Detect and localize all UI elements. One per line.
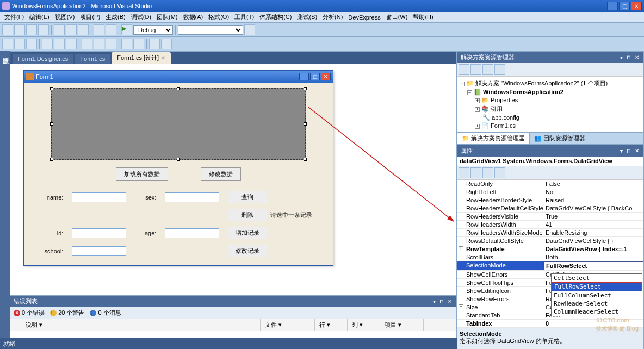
expand-icon[interactable]: − bbox=[460, 82, 465, 86]
team-explorer-tab[interactable]: 👥 团队资源管理器 bbox=[530, 133, 590, 144]
appconfig-node[interactable]: app.config bbox=[492, 114, 519, 121]
panel-pins[interactable]: ▾ ⊓ ✕ bbox=[433, 298, 453, 304]
project-node[interactable]: WindowsFormsApplication2 bbox=[483, 89, 564, 95]
align-right[interactable] bbox=[26, 39, 37, 49]
dropdown-option[interactable]: CellSelect bbox=[552, 274, 642, 282]
toolbar-open[interactable] bbox=[14, 24, 25, 35]
form-min-button[interactable]: – bbox=[299, 73, 309, 80]
menu-item[interactable]: 分析(N) bbox=[320, 12, 345, 22]
sol-home[interactable] bbox=[459, 64, 469, 75]
name-field[interactable] bbox=[72, 192, 126, 202]
sol-refresh[interactable] bbox=[470, 64, 481, 75]
toolbar-paste[interactable] bbox=[78, 24, 89, 35]
doc-tab[interactable]: Form1.Designer.cs bbox=[13, 54, 73, 64]
errorlist-col[interactable]: 文件 ▾ bbox=[261, 319, 315, 331]
errorlist-col[interactable]: 项目 ▾ bbox=[380, 319, 424, 331]
menu-item[interactable]: 帮助(H) bbox=[411, 12, 435, 22]
menu-item[interactable]: 项目(P) bbox=[78, 12, 102, 22]
toolbar-redo[interactable] bbox=[106, 24, 116, 35]
property-row[interactable]: SelectionModeFullRowSelect bbox=[457, 261, 643, 271]
toolbar-find[interactable] bbox=[244, 24, 255, 35]
query-button[interactable]: 查询 bbox=[228, 191, 267, 203]
load-all-button[interactable]: 加载所有数据 bbox=[116, 167, 168, 181]
panel-pins[interactable]: ▾ ⊓ ✕ bbox=[620, 54, 640, 60]
close-icon[interactable]: ✕ bbox=[161, 55, 165, 61]
add-record-button[interactable]: 增加记录 bbox=[228, 227, 267, 239]
menu-item[interactable]: 视图(V) bbox=[53, 12, 77, 22]
menu-item[interactable]: 团队(M) bbox=[154, 12, 180, 22]
doc-tab[interactable]: Form1.cs [设计]✕ bbox=[112, 52, 171, 64]
toolbar-new[interactable] bbox=[2, 24, 13, 35]
same-width[interactable] bbox=[82, 39, 92, 49]
property-row[interactable]: RowHeadersBorderStyleRaised bbox=[457, 196, 643, 204]
property-row[interactable]: RowTemplate+DataGridViewRow { Index=-1 bbox=[457, 245, 643, 253]
form1cs-node[interactable]: Form1.cs bbox=[491, 122, 516, 129]
align-left[interactable] bbox=[2, 39, 13, 49]
solution-explorer-tab[interactable]: 📁 解决方案资源管理器 bbox=[457, 133, 530, 144]
toolbar-save[interactable] bbox=[26, 24, 37, 35]
dropdown-option[interactable]: FullRowSelect bbox=[552, 282, 642, 291]
properties-node[interactable]: Properties bbox=[491, 97, 518, 103]
menu-item[interactable]: 数据(A) bbox=[181, 12, 206, 22]
property-row[interactable]: RowHeadersWidth41 bbox=[457, 221, 643, 229]
property-row[interactable]: RowHeadersDefaultCellStyleDataGridViewCe… bbox=[457, 204, 643, 213]
menu-item[interactable]: 调试(D) bbox=[129, 12, 153, 22]
send-back[interactable] bbox=[161, 39, 172, 49]
dropdown-option[interactable]: FullColumnSelect bbox=[552, 291, 642, 300]
expand-icon[interactable]: + bbox=[475, 124, 480, 129]
expand-icon[interactable]: + bbox=[475, 107, 480, 112]
align-bottom[interactable] bbox=[66, 39, 77, 49]
same-height[interactable] bbox=[94, 39, 104, 49]
designer-surface[interactable]: Form1 – ▢ ✕ bbox=[10, 64, 456, 295]
menu-item[interactable]: 窗口(W) bbox=[384, 12, 410, 22]
minimize-button[interactable]: – bbox=[607, 2, 618, 10]
property-row[interactable]: ReadOnlyFalse bbox=[457, 180, 643, 188]
property-row[interactable]: RightToLeftNo bbox=[457, 188, 643, 196]
form-max-button[interactable]: ▢ bbox=[310, 73, 320, 80]
menu-item[interactable]: 生成(B) bbox=[103, 12, 128, 22]
align-top[interactable] bbox=[42, 39, 53, 49]
vspace[interactable] bbox=[133, 39, 144, 49]
sol-props[interactable] bbox=[494, 64, 505, 75]
form1-window[interactable]: Form1 – ▢ ✕ bbox=[23, 70, 333, 266]
toolbar-copy[interactable] bbox=[66, 24, 77, 35]
sol-showall[interactable] bbox=[482, 64, 493, 75]
toolbar-saveall[interactable] bbox=[38, 24, 49, 35]
align-middle[interactable] bbox=[54, 39, 65, 49]
toolbar-undo[interactable] bbox=[94, 24, 104, 35]
menu-item[interactable]: 体系结构(C) bbox=[257, 12, 294, 22]
same-size[interactable] bbox=[106, 39, 116, 49]
hspace[interactable] bbox=[121, 39, 132, 49]
alphabetical-button[interactable] bbox=[470, 167, 481, 178]
platform-combo[interactable] bbox=[178, 25, 243, 35]
selectionmode-dropdown[interactable]: CellSelectFullRowSelectFullColumnSelectR… bbox=[551, 273, 642, 316]
toolbar-start[interactable]: ▶ bbox=[121, 24, 132, 35]
form-close-button[interactable]: ✕ bbox=[321, 73, 331, 80]
errorlist-col[interactable]: 列 ▾ bbox=[348, 319, 380, 331]
datasource-tab[interactable]: 数据源 bbox=[2, 53, 10, 336]
references-node[interactable]: 引用 bbox=[491, 105, 503, 112]
expand-icon[interactable]: − bbox=[467, 90, 472, 95]
menu-item[interactable]: 文件(F) bbox=[2, 12, 26, 22]
properties-button[interactable] bbox=[482, 167, 493, 178]
menu-item[interactable]: 格式(O) bbox=[206, 12, 231, 22]
menu-item[interactable]: 工具(T) bbox=[232, 12, 256, 22]
property-row[interactable]: RowHeadersWidthSizeModeEnableResizing bbox=[457, 229, 643, 237]
modify-data-button[interactable]: 修改数据 bbox=[201, 167, 241, 181]
delete-button[interactable]: 删除 bbox=[228, 209, 267, 221]
sex-field[interactable] bbox=[165, 192, 219, 202]
property-row[interactable]: RowHeadersVisibleTrue bbox=[457, 213, 643, 221]
errorlist-col[interactable]: 行 ▾ bbox=[315, 319, 348, 331]
datagridview1[interactable] bbox=[51, 88, 306, 160]
maximize-button[interactable]: ▢ bbox=[619, 2, 630, 10]
doc-tab[interactable]: Form1.cs bbox=[75, 54, 110, 64]
events-button[interactable] bbox=[494, 167, 505, 178]
messages-filter[interactable]: i0 个消息 bbox=[90, 309, 121, 317]
errorlist-col[interactable]: 说明 ▾ bbox=[21, 319, 261, 331]
panel-pins[interactable]: ▾ ⊓ ✕ bbox=[620, 148, 640, 154]
config-combo[interactable]: Debug bbox=[133, 25, 173, 35]
categorized-button[interactable] bbox=[459, 167, 469, 178]
expand-icon[interactable]: + bbox=[459, 246, 463, 251]
property-row[interactable]: RowsDefaultCellStyleDataGridViewCellStyl… bbox=[457, 237, 643, 245]
id-field[interactable] bbox=[72, 228, 126, 238]
